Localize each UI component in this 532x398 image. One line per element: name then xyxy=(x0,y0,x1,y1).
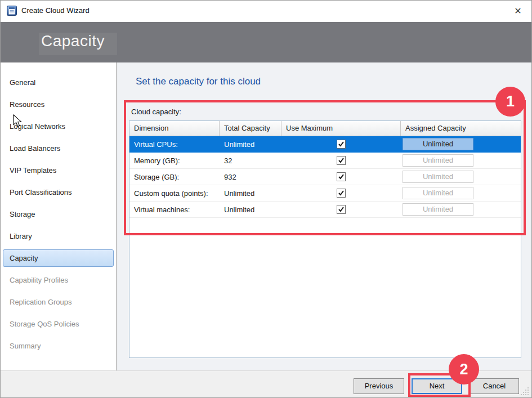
assigned-capacity-field: Unlimited xyxy=(403,171,473,183)
app-window-icon xyxy=(7,6,17,16)
cloud-capacity-label: Cloud capacity: xyxy=(131,108,181,116)
use-maximum-cell xyxy=(281,136,401,152)
total-capacity-cell: Unlimited xyxy=(220,202,281,217)
sidebar-item-capability-profiles: Capability Profiles xyxy=(1,269,116,291)
column-header-total-capacity[interactable]: Total Capacity xyxy=(220,121,281,136)
page-title: Capacity xyxy=(41,32,105,50)
use-maximum-checkbox[interactable] xyxy=(337,189,346,198)
total-capacity-cell: Unlimited xyxy=(220,136,281,152)
assigned-capacity-cell: Unlimited xyxy=(401,153,521,168)
assigned-capacity-cell: Unlimited xyxy=(401,169,521,185)
checkmark-icon xyxy=(338,141,345,147)
sidebar-item-resources[interactable]: Resources xyxy=(1,93,116,115)
checkmark-icon xyxy=(338,206,345,213)
total-capacity-cell: 932 xyxy=(220,169,281,185)
cancel-button[interactable]: Cancel xyxy=(470,378,519,394)
use-maximum-cell xyxy=(281,185,401,201)
resize-grip[interactable] xyxy=(521,387,529,396)
sidebar-item-general[interactable]: General xyxy=(1,71,116,93)
dimension-cell: Memory (GB): xyxy=(129,153,220,168)
sidebar-item-label: Port Classifications xyxy=(10,188,72,196)
sidebar-item-label: General xyxy=(10,78,35,87)
table-header-row: Dimension Total Capacity Use Maximum Ass… xyxy=(129,121,521,136)
use-maximum-checkbox[interactable] xyxy=(337,140,346,149)
assigned-capacity-field: Unlimited xyxy=(403,203,473,216)
assigned-capacity-field[interactable]: Unlimited xyxy=(403,138,473,150)
use-maximum-checkbox[interactable] xyxy=(337,205,346,214)
assigned-capacity-field: Unlimited xyxy=(403,154,473,167)
sidebar-item-storage-qos-policies: Storage QoS Policies xyxy=(1,313,116,335)
sidebar-item-summary: Summary xyxy=(1,335,116,357)
annotation-callout-1: 1 xyxy=(495,87,525,117)
assigned-capacity-cell: Unlimited xyxy=(401,136,521,152)
checkmark-icon xyxy=(338,173,345,180)
sidebar-item-label: Replication Groups xyxy=(10,298,72,306)
dimension-cell: Virtual CPUs: xyxy=(129,136,220,152)
content-heading: Set the capacity for this cloud xyxy=(136,76,261,87)
table-row[interactable]: Custom quota (points):UnlimitedUnlimited xyxy=(129,185,521,202)
use-maximum-cell xyxy=(281,153,401,168)
sidebar-item-load-balancers[interactable]: Load Balancers xyxy=(1,137,116,159)
assigned-capacity-cell: Unlimited xyxy=(401,202,521,217)
sidebar-item-label: Library xyxy=(10,232,32,240)
sidebar-item-label: Storage xyxy=(10,210,35,218)
window-title: Create Cloud Wizard xyxy=(21,1,90,22)
sidebar-item-label: Resources xyxy=(10,100,44,109)
use-maximum-cell xyxy=(281,202,401,217)
wizard-sidebar: GeneralResourcesLogical NetworksLoad Bal… xyxy=(1,62,117,370)
sidebar-item-capacity[interactable]: Capacity xyxy=(1,247,116,269)
use-maximum-checkbox[interactable] xyxy=(337,156,346,165)
checkmark-icon xyxy=(338,190,345,196)
sidebar-item-label: Storage QoS Policies xyxy=(10,320,79,328)
annotation-callout-2: 2 xyxy=(449,354,479,384)
use-maximum-checkbox[interactable] xyxy=(337,172,346,181)
table-row[interactable]: Memory (GB):32Unlimited xyxy=(129,153,521,169)
sidebar-item-label: Summary xyxy=(10,342,41,350)
previous-button[interactable]: Previous xyxy=(354,378,404,394)
sidebar-item-label: Logical Networks xyxy=(10,122,65,131)
column-header-dimension[interactable]: Dimension xyxy=(129,121,220,136)
dimension-cell: Custom quota (points): xyxy=(129,185,220,201)
capacity-table: Dimension Total Capacity Use Maximum Ass… xyxy=(129,120,521,358)
checkmark-icon xyxy=(338,157,345,164)
sidebar-item-label: Capability Profiles xyxy=(10,276,68,284)
column-header-use-maximum[interactable]: Use Maximum xyxy=(281,121,401,136)
sidebar-step-list: GeneralResourcesLogical NetworksLoad Bal… xyxy=(1,71,116,357)
sidebar-item-label: Capacity xyxy=(10,254,38,262)
sidebar-item-replication-groups: Replication Groups xyxy=(1,291,116,313)
dimension-cell: Storage (GB): xyxy=(129,169,220,185)
sidebar-item-port-classifications[interactable]: Port Classifications xyxy=(1,181,116,203)
use-maximum-cell xyxy=(281,169,401,185)
create-cloud-wizard-dialog: Create Cloud Wizard ✕ Capacity GeneralRe… xyxy=(0,0,532,398)
close-icon[interactable]: ✕ xyxy=(511,5,525,18)
total-capacity-cell: Unlimited xyxy=(220,185,281,201)
wizard-banner: Capacity xyxy=(1,22,531,62)
dimension-cell: Virtual machines: xyxy=(129,202,220,217)
title-bar: Create Cloud Wizard ✕ xyxy=(1,1,531,22)
table-row[interactable]: Virtual machines:UnlimitedUnlimited xyxy=(129,202,521,218)
table-body: Virtual CPUs:UnlimitedUnlimitedMemory (G… xyxy=(129,136,521,218)
sidebar-item-storage[interactable]: Storage xyxy=(1,203,116,225)
sidebar-item-library[interactable]: Library xyxy=(1,225,116,247)
assigned-capacity-cell: Unlimited xyxy=(401,185,521,201)
column-header-assigned-capacity[interactable]: Assigned Capacity xyxy=(401,121,521,136)
table-row[interactable]: Virtual CPUs:UnlimitedUnlimited xyxy=(129,136,521,153)
sidebar-item-logical-networks[interactable]: Logical Networks xyxy=(1,115,116,137)
sidebar-item-label: VIP Templates xyxy=(10,166,56,175)
assigned-capacity-field: Unlimited xyxy=(403,187,473,199)
sidebar-item-vip-templates[interactable]: VIP Templates xyxy=(1,159,116,181)
sidebar-item-label: Load Balancers xyxy=(10,144,60,153)
table-row[interactable]: Storage (GB):932Unlimited xyxy=(129,169,521,185)
total-capacity-cell: 32 xyxy=(220,153,281,168)
